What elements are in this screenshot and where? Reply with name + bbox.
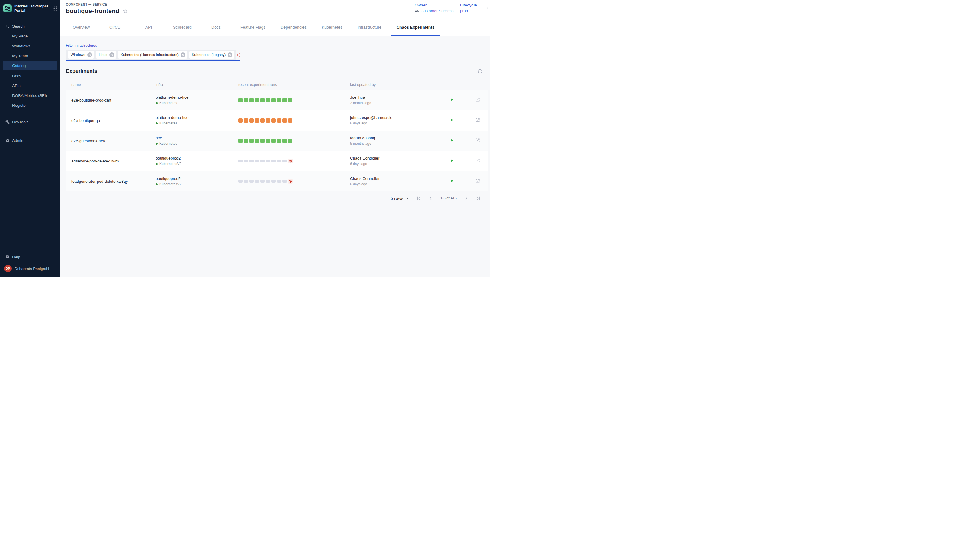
run-indicator xyxy=(255,159,259,162)
sidebar-item-my-page[interactable]: My Page xyxy=(0,31,60,41)
next-page-button[interactable] xyxy=(464,196,469,201)
sidebar-item-search[interactable]: Search xyxy=(0,21,60,31)
tab-dependencies[interactable]: Dependencies xyxy=(275,18,312,36)
run-indicator[interactable] xyxy=(249,118,254,123)
launch-icon xyxy=(475,118,480,123)
apps-grid-icon[interactable] xyxy=(52,6,57,11)
run-indicator[interactable] xyxy=(266,138,270,143)
sidebar-bottom: ?Help DP Debabrata Panigrahi xyxy=(0,252,60,275)
open-experiment-button[interactable] xyxy=(475,138,480,143)
tab-chaos-experiments[interactable]: Chaos Experiments xyxy=(391,18,441,36)
clear-filters-button[interactable] xyxy=(236,49,241,60)
run-indicator[interactable] xyxy=(271,138,276,143)
tab-docs[interactable]: Docs xyxy=(201,18,231,36)
sidebar-item-help[interactable]: ?Help xyxy=(0,252,60,262)
refresh-button[interactable] xyxy=(477,69,482,74)
tab-ci-cd[interactable]: CI/CD xyxy=(100,18,130,36)
run-indicator[interactable] xyxy=(260,98,265,102)
sidebar-item-admin[interactable]: Admin xyxy=(0,135,60,145)
infrastructure-filter-input[interactable]: WindowsLinuxKubernetes (Harness Infrastr… xyxy=(66,49,240,60)
first-page-button[interactable] xyxy=(417,196,421,201)
open-experiment-button[interactable] xyxy=(475,118,480,123)
sidebar-item-workflows[interactable]: Workflows xyxy=(0,41,60,51)
run-indicator[interactable] xyxy=(244,118,248,123)
last-page-button[interactable] xyxy=(476,196,480,201)
sidebar-item-devtools[interactable]: DevTools xyxy=(0,117,60,127)
run-indicator[interactable] xyxy=(271,98,276,102)
rows-per-page-select[interactable]: 5 rows xyxy=(391,196,409,201)
run-indicator[interactable] xyxy=(283,98,287,102)
sidebar-item-label: My Team xyxy=(12,54,28,58)
sidebar-item-dora-metrics-sei[interactable]: DORA Metrics (SEI) xyxy=(0,91,60,100)
tab-scorecard[interactable]: Scorecard xyxy=(167,18,197,36)
run-indicator[interactable] xyxy=(288,98,292,102)
run-indicator[interactable] xyxy=(271,118,276,123)
table-row: e2e-guestbook-devhceKubernetesMartin Ans… xyxy=(66,131,488,151)
tab-feature-flags[interactable]: Feature Flags xyxy=(235,18,271,36)
run-indicator xyxy=(266,180,270,183)
tab-label: CI/CD xyxy=(109,25,120,30)
kebab-menu-icon[interactable] xyxy=(485,5,489,10)
user-profile[interactable]: DP Debabrata Panigrahi xyxy=(0,262,60,275)
open-action-cell xyxy=(475,118,488,124)
updated-by: john.crespo@harness.io xyxy=(350,115,450,120)
run-indicator[interactable] xyxy=(249,98,254,102)
open-action-cell xyxy=(475,178,488,185)
tab-kubernetes[interactable]: Kubernetes xyxy=(316,18,348,36)
sidebar-item-my-team[interactable]: My Team xyxy=(0,51,60,60)
run-indicator[interactable] xyxy=(238,138,243,143)
open-experiment-button[interactable] xyxy=(475,158,480,163)
run-experiment-button[interactable] xyxy=(450,179,454,183)
open-experiment-button[interactable] xyxy=(475,97,480,102)
clock-icon xyxy=(289,159,292,163)
run-indicator[interactable] xyxy=(255,138,259,143)
run-indicator[interactable] xyxy=(244,138,248,143)
owner-link[interactable]: Customer Success xyxy=(421,9,453,13)
run-indicator[interactable] xyxy=(277,98,281,102)
run-experiment-button[interactable] xyxy=(450,138,454,142)
run-experiment-button[interactable] xyxy=(450,158,454,163)
run-indicator[interactable] xyxy=(266,98,270,102)
run-indicator[interactable] xyxy=(266,118,270,123)
sidebar-item-catalog[interactable]: Catalog xyxy=(3,61,57,70)
run-indicator[interactable] xyxy=(244,98,248,102)
run-indicator[interactable] xyxy=(288,118,292,123)
run-indicator[interactable] xyxy=(260,118,265,123)
chip-remove-button[interactable] xyxy=(109,53,114,57)
run-indicator[interactable] xyxy=(260,138,265,143)
run-indicator[interactable] xyxy=(283,138,287,143)
tab-api[interactable]: API xyxy=(134,18,164,36)
tab-label: API xyxy=(145,25,152,30)
open-experiment-button[interactable] xyxy=(475,178,480,183)
page-header: COMPONENT — SERVICE boutique-frontend Ow… xyxy=(60,0,490,18)
run-indicator[interactable] xyxy=(255,118,259,123)
tab-overview[interactable]: Overview xyxy=(66,18,96,36)
tab-infrastructure[interactable]: Infrastructure xyxy=(352,18,387,36)
nav-icon-slot xyxy=(5,73,12,78)
experiment-name: e2e-guestbook-dev xyxy=(66,138,156,143)
sidebar-item-docs[interactable]: Docs xyxy=(0,71,60,81)
prev-page-button[interactable] xyxy=(428,196,433,201)
chip-remove-button[interactable] xyxy=(180,53,185,57)
run-experiment-button[interactable] xyxy=(450,118,454,122)
run-indicator[interactable] xyxy=(277,138,281,143)
owner-meta: Owner Customer Success xyxy=(415,3,453,13)
chip-remove-button[interactable] xyxy=(87,53,92,57)
run-indicator xyxy=(277,180,281,183)
run-indicator[interactable] xyxy=(277,118,281,123)
star-icon[interactable] xyxy=(123,8,128,14)
run-indicator[interactable] xyxy=(238,98,243,102)
run-indicator[interactable] xyxy=(283,118,287,123)
launch-icon xyxy=(475,97,480,102)
chip-remove-button[interactable] xyxy=(228,53,232,57)
sidebar-item-apis[interactable]: APIs xyxy=(0,81,60,91)
filter-infrastructures-label[interactable]: Filter Infrastructures xyxy=(66,43,97,48)
prev-page-icon xyxy=(428,196,433,201)
infra-type: KubernetesV2 xyxy=(160,182,182,186)
run-indicator[interactable] xyxy=(249,138,254,143)
run-indicator[interactable] xyxy=(255,98,259,102)
run-indicator[interactable] xyxy=(238,118,243,123)
run-experiment-button[interactable] xyxy=(450,97,454,102)
sidebar-item-register[interactable]: Register xyxy=(0,100,60,110)
run-indicator[interactable] xyxy=(288,138,292,143)
